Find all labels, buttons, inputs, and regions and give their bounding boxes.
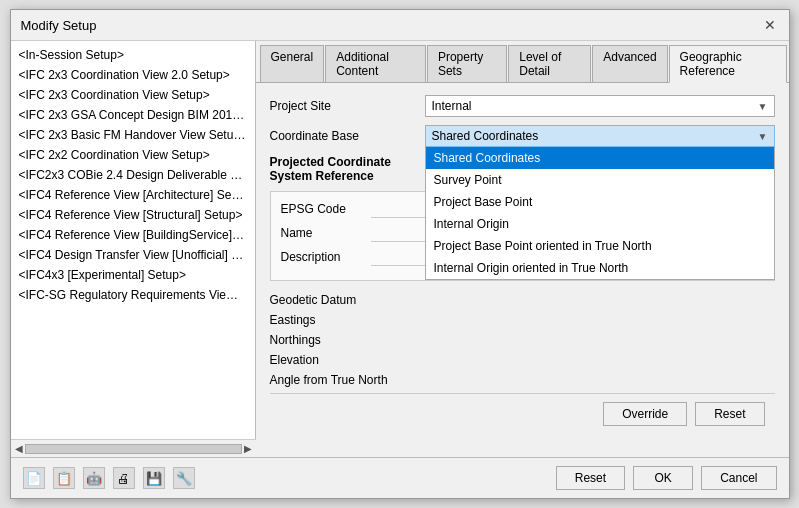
close-button[interactable]: ✕ (761, 16, 779, 34)
northings-row: Northings (270, 333, 775, 347)
left-panel-scrollbar: ◀ ▶ (11, 439, 256, 457)
setup-list-item[interactable]: <IFC 2x3 GSA Concept Design BIM 2010 Set… (11, 105, 255, 125)
tab-advanced[interactable]: Advanced (592, 45, 667, 82)
projected-coord-label: Projected Coordinate System Reference (270, 155, 425, 183)
angle-row: Angle from True North (270, 373, 775, 387)
setup-list-item[interactable]: <IFC2x3 COBie 2.4 Design Deliverable Vie… (11, 165, 255, 185)
project-site-dropdown-text: Internal (432, 99, 472, 113)
setup-list-item[interactable]: <In-Session Setup> (11, 45, 255, 65)
setup-list-item[interactable]: <IFC4 Reference View [Architecture] Setu… (11, 185, 255, 205)
coordinate-base-dropdown-text: Shared Coordinates (432, 129, 539, 143)
footer-icons: 📄📋🤖🖨💾🔧 (23, 467, 195, 489)
ok-button[interactable]: OK (633, 466, 693, 490)
save-icon[interactable]: 💾 (143, 467, 165, 489)
coordinate-base-dropdown[interactable]: Shared Coordinates ▼ (425, 125, 775, 147)
setup-list-item[interactable]: <IFC 2x3 Coordination View Setup> (11, 85, 255, 105)
tab-additional-content[interactable]: Additional Content (325, 45, 426, 82)
tab-geographic-reference[interactable]: Geographic Reference (669, 45, 788, 83)
dropdown-item-internal-origin-oriented-in-true-north[interactable]: Internal Origin oriented in True North (426, 257, 774, 279)
setup-list-item[interactable]: <IFC-SG Regulatory Requirements View Set… (11, 285, 255, 305)
dropdown-item-internal-origin[interactable]: Internal Origin (426, 213, 774, 235)
reset-button[interactable]: Reset (556, 466, 625, 490)
dropdown-item-project-base-point[interactable]: Project Base Point (426, 191, 774, 213)
settings-icon[interactable]: 🔧 (173, 467, 195, 489)
copy-icon[interactable]: 📋 (53, 467, 75, 489)
setup-list-item[interactable]: <IFC 2x3 Coordination View 2.0 Setup> (11, 65, 255, 85)
scroll-right-arrow[interactable]: ▶ (242, 443, 254, 454)
project-site-dropdown[interactable]: Internal ▼ (425, 95, 775, 117)
setup-list-item[interactable]: <IFC4x3 [Experimental] Setup> (11, 265, 255, 285)
tab-level-of-detail[interactable]: Level of Detail (508, 45, 591, 82)
footer-buttons: ResetOKCancel (556, 466, 777, 490)
ai-icon[interactable]: 🤖 (83, 467, 105, 489)
modify-setup-dialog: Modify Setup ✕ <In-Session Setup><IFC 2x… (10, 9, 790, 499)
project-site-value: Internal ▼ (425, 95, 775, 117)
panel-action-buttons: Override Reset (270, 393, 775, 434)
tab-content-geographic-reference: Project Site Internal ▼ Coordinate Base … (256, 83, 789, 457)
project-site-label: Project Site (270, 99, 425, 113)
setup-list-item[interactable]: <IFC 2x2 Coordination View Setup> (11, 145, 255, 165)
coordinate-base-container: Shared Coordinates ▼ Shared CoordinatesS… (425, 125, 775, 147)
file-icon[interactable]: 📄 (23, 467, 45, 489)
name-label: Name (281, 226, 371, 240)
eastings-row: Eastings (270, 313, 775, 327)
dialog-title: Modify Setup (21, 18, 97, 33)
project-site-dropdown-arrow: ▼ (758, 101, 768, 112)
coordinate-base-label: Coordinate Base (270, 129, 425, 143)
description-label: Description (281, 250, 371, 264)
project-site-row: Project Site Internal ▼ (270, 95, 775, 117)
coordinate-base-dropdown-arrow: ▼ (758, 131, 768, 142)
dropdown-item-project-base-point-oriented-in-true-north[interactable]: Project Base Point oriented in True Nort… (426, 235, 774, 257)
epsg-label: EPSG Code (281, 202, 371, 216)
dropdown-item-survey-point[interactable]: Survey Point (426, 169, 774, 191)
setup-list-item[interactable]: <IFC4 Reference View [BuildingService] S… (11, 225, 255, 245)
setup-list-item[interactable]: <IFC 2x3 Basic FM Handover View Setup> (11, 125, 255, 145)
print-icon[interactable]: 🖨 (113, 467, 135, 489)
setup-list: <In-Session Setup><IFC 2x3 Coordination … (11, 41, 256, 439)
tab-bar: GeneralAdditional ContentProperty SetsLe… (256, 41, 789, 83)
panel-reset-button[interactable]: Reset (695, 402, 764, 426)
setup-list-item[interactable]: <IFC4 Reference View [Structural] Setup> (11, 205, 255, 225)
geodetic-row: Geodetic Datum (270, 293, 775, 307)
tab-property-sets[interactable]: Property Sets (427, 45, 507, 82)
scroll-left-arrow[interactable]: ◀ (13, 443, 25, 454)
tab-general[interactable]: General (260, 45, 325, 82)
elevation-row: Elevation (270, 353, 775, 367)
dialog-body: <In-Session Setup><IFC 2x3 Coordination … (11, 41, 789, 457)
setup-list-item[interactable]: <IFC4 Design Transfer View [Unofficial] … (11, 245, 255, 265)
right-panel: GeneralAdditional ContentProperty SetsLe… (256, 41, 789, 457)
coordinate-base-dropdown-menu: Shared CoordinatesSurvey PointProject Ba… (425, 147, 775, 280)
override-button[interactable]: Override (603, 402, 687, 426)
coordinate-base-row: Coordinate Base Shared Coordinates ▼ Sha… (270, 125, 775, 147)
cancel-button[interactable]: Cancel (701, 466, 776, 490)
extra-fields: Geodetic Datum Eastings Northings Elevat… (270, 293, 775, 387)
title-bar: Modify Setup ✕ (11, 10, 789, 41)
dialog-footer: 📄📋🤖🖨💾🔧 ResetOKCancel (11, 457, 789, 498)
dropdown-item-shared-coordinates[interactable]: Shared Coordinates (426, 147, 774, 169)
